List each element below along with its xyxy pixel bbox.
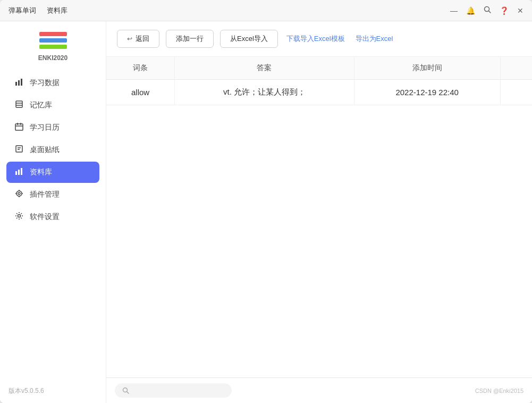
- sidebar-item-label: 学习日历: [30, 123, 60, 132]
- desktop-sticker-icon: [14, 145, 24, 155]
- bottom-bar: CSDN @Enki2015: [106, 377, 532, 403]
- titlebar-left: 弹幕单词 资料库: [9, 6, 450, 15]
- logo-name: ENKI2020: [38, 54, 67, 62]
- app-title: 弹幕单词: [9, 6, 36, 15]
- resource-library-icon: [14, 167, 24, 178]
- titlebar: 弹幕单词 资料库 — 🔔 ❓ ✕: [0, 0, 532, 21]
- software-settings-icon: [14, 212, 24, 222]
- table-body: allow vt. 允许；让某人得到； 2022-12-19 22:40: [106, 80, 532, 105]
- svg-rect-16: [18, 170, 20, 175]
- sidebar-nav: 学习数据 记忆库 学习日历: [0, 72, 106, 379]
- svg-point-19: [18, 192, 20, 195]
- cell-add-time: 2022-12-19 22:40: [354, 80, 500, 105]
- content-toolbar: ↩ 返回 添加一行 从Excel导入 下载导入Excel模板 导出为Excel: [106, 21, 532, 57]
- svg-point-18: [16, 191, 22, 196]
- table-area: 词条 答案 添加时间 allow vt. 允许；让某人得到； 2022-12-1…: [106, 57, 532, 377]
- learning-history-icon: [14, 122, 24, 133]
- logo-bar-red: [39, 32, 67, 36]
- back-arrow-icon: ↩: [127, 35, 132, 43]
- svg-line-1: [489, 11, 491, 13]
- learning-data-icon: [14, 78, 24, 88]
- sidebar-item-memory-bank[interactable]: 记忆库: [6, 95, 99, 116]
- sidebar-item-learning-history[interactable]: 学习日历: [6, 117, 99, 138]
- svg-rect-3: [18, 80, 20, 86]
- window-controls: — 🔔 ❓ ✕: [450, 6, 523, 15]
- logo-icon: [39, 30, 67, 51]
- bell-icon[interactable]: 🔔: [466, 6, 475, 15]
- col-add-time: 添加时间: [354, 57, 500, 80]
- svg-rect-17: [21, 168, 22, 175]
- svg-rect-15: [15, 171, 17, 175]
- cell-term: allow: [106, 80, 175, 105]
- version-label: 版本v5.0.5.6: [9, 387, 44, 394]
- close-icon[interactable]: ✕: [517, 6, 523, 15]
- logo-bar-green: [39, 45, 67, 49]
- logo-bar-blue: [39, 38, 67, 43]
- svg-rect-2: [15, 82, 17, 86]
- svg-rect-8: [15, 124, 23, 130]
- table-row: allow vt. 允许；让某人得到； 2022-12-19 22:40: [106, 80, 532, 105]
- sidebar-item-label: 软件设置: [30, 212, 60, 222]
- help-icon[interactable]: ❓: [500, 6, 509, 15]
- svg-line-26: [127, 392, 129, 393]
- search-icon: [122, 387, 129, 394]
- sidebar-item-label: 学习数据: [30, 78, 60, 88]
- download-template-button[interactable]: 下载导入Excel模板: [284, 30, 347, 47]
- export-excel-button[interactable]: 导出为Excel: [353, 30, 395, 47]
- cell-actions: [500, 80, 532, 105]
- search-input[interactable]: [133, 387, 218, 394]
- plugin-management-icon: [14, 189, 24, 200]
- memory-bank-icon: [14, 100, 24, 111]
- content-area: ↩ 返回 添加一行 从Excel导入 下载导入Excel模板 导出为Excel: [106, 21, 532, 403]
- sidebar-item-label: 记忆库: [30, 100, 52, 110]
- sidebar-item-label: 桌面贴纸: [30, 145, 60, 155]
- sidebar-item-label: 插件管理: [30, 190, 60, 199]
- sidebar: ENKI2020 学习数据 记忆库: [0, 21, 106, 403]
- back-button[interactable]: ↩ 返回: [117, 30, 159, 48]
- vocabulary-table: 词条 答案 添加时间 allow vt. 允许；让某人得到； 2022-12-1…: [106, 57, 532, 105]
- svg-rect-12: [16, 146, 22, 152]
- sidebar-footer: 版本v5.0.5.6: [0, 379, 106, 403]
- search-box[interactable]: [115, 383, 232, 398]
- svg-rect-5: [16, 101, 22, 107]
- sidebar-item-plugin-management[interactable]: 插件管理: [6, 184, 99, 205]
- col-answer: 答案: [175, 57, 354, 80]
- search-icon[interactable]: [484, 6, 491, 15]
- col-actions: [500, 57, 532, 80]
- svg-rect-4: [21, 79, 22, 86]
- sidebar-item-learning-data[interactable]: 学习数据: [6, 72, 99, 94]
- import-excel-button[interactable]: 从Excel导入: [220, 30, 278, 48]
- minimize-icon[interactable]: —: [450, 6, 458, 15]
- add-row-button[interactable]: 添加一行: [166, 30, 214, 48]
- main-area: ENKI2020 学习数据 记忆库: [0, 21, 532, 403]
- sidebar-item-desktop-sticker[interactable]: 桌面贴纸: [6, 139, 99, 161]
- col-term: 词条: [106, 57, 175, 80]
- sidebar-logo: ENKI2020: [0, 30, 106, 62]
- cell-answer: vt. 允许；让某人得到；: [175, 80, 354, 105]
- watermark: CSDN @Enki2015: [475, 388, 523, 394]
- app-window: 弹幕单词 资料库 — 🔔 ❓ ✕: [0, 0, 532, 403]
- sidebar-item-label: 资料库: [30, 167, 52, 177]
- svg-point-24: [18, 215, 21, 217]
- sidebar-item-software-settings[interactable]: 软件设置: [6, 206, 99, 228]
- section-title: 资料库: [47, 6, 67, 15]
- sidebar-item-resource-library[interactable]: 资料库: [6, 162, 99, 183]
- table-header-row: 词条 答案 添加时间: [106, 57, 532, 80]
